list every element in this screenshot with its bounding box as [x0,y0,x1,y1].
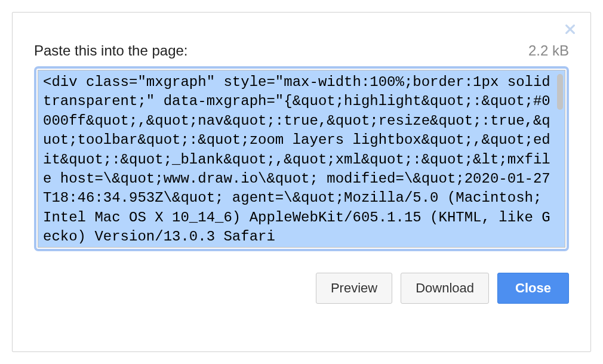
x-icon [564,23,577,36]
scrollbar-thumb[interactable] [557,74,563,110]
button-row: Preview Download Close [34,273,569,304]
preview-button[interactable]: Preview [316,273,392,304]
size-label: 2.2 kB [528,42,569,59]
dialog-header: Paste this into the page: 2.2 kB [34,42,569,59]
embed-dialog: Paste this into the page: 2.2 kB <div cl… [12,12,591,352]
code-textarea[interactable]: <div class="mxgraph" style="max-width:10… [38,70,565,248]
dialog-title: Paste this into the page: [34,42,188,59]
code-content[interactable]: <div class="mxgraph" style="max-width:10… [38,70,565,247]
code-textarea-focus-ring: <div class="mxgraph" style="max-width:10… [34,66,569,251]
close-button[interactable]: Close [497,273,569,304]
download-button[interactable]: Download [401,273,489,304]
close-icon[interactable] [563,22,577,36]
